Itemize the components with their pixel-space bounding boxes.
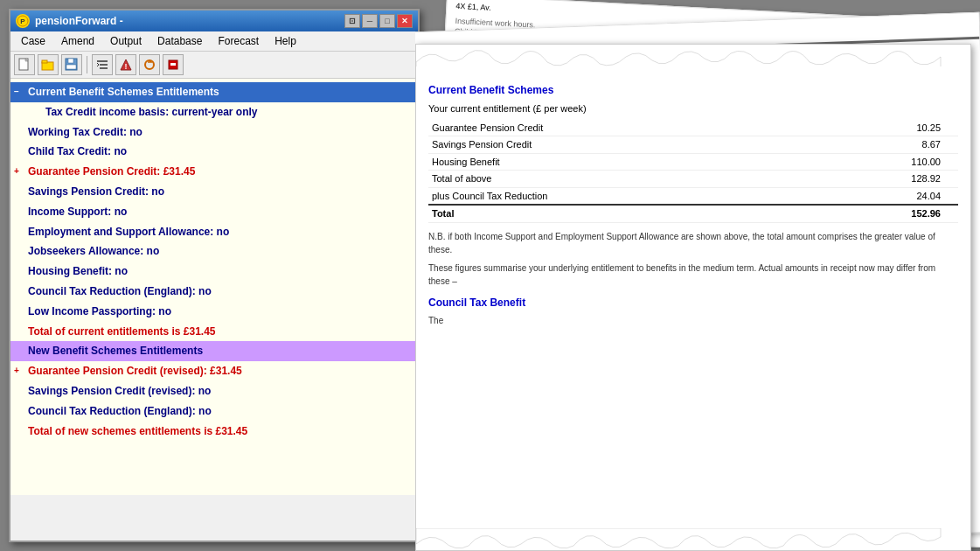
table-cell-value: 24.04 [804,187,958,205]
toolbar: ! [10,52,418,79]
table-cell-label: plus Council Tax Reduction [428,187,804,205]
tree-item-label: Council Tax Reduction (England): no [28,285,212,297]
main-window: P pensionForward - ⊡ ─ □ ✕ Case Amend Ou… [9,9,420,542]
table-cell-value: 8.67 [804,136,958,154]
benefit-table: Guarantee Pension Credit 10.25 Savings P… [428,120,958,223]
tree-item-label: Income Support: no [28,206,127,218]
close-button[interactable]: ✕ [397,14,413,28]
tree-item-label: Tax Credit income basis: current-year on… [45,106,258,118]
entitlement-label: Your current entitlement (£ per week) [428,101,958,116]
tree-item-label: Current Benefit Schemes Entitlements [28,86,219,98]
menu-forecast[interactable]: Forecast [211,33,266,49]
restore-button[interactable]: ⊡ [344,14,360,28]
window-title: pensionForward - [35,15,123,27]
tree-item-label: Total of new schemes entitlements is £31… [28,425,247,437]
table-row: plus Council Tax Reduction 24.04 [428,187,958,205]
tree-item-savings-revised[interactable]: Savings Pension Credit (revised): no [10,381,418,401]
table-row-total: Total 152.96 [428,205,958,222]
tree-item-new-header[interactable]: New Benefit Schemes Entitlements [10,341,418,361]
save-button[interactable] [61,54,82,75]
menu-amend[interactable]: Amend [54,33,101,49]
tree-item-label: Savings Pension Credit: no [28,185,164,198]
table-cell-label: Total of above [428,171,804,188]
paper-front: Current Benefit Schemes Your current ent… [415,44,971,551]
tree-item-total-current[interactable]: Total of current entitlements is £31.45 [10,322,418,342]
note-text: N.B. if both Income Support and Employme… [428,230,958,256]
toolbar-separator-1 [87,56,87,73]
table-row: Housing Benefit 110.00 [428,153,958,171]
tree-item-tax-credit[interactable]: Tax Credit income basis: current-year on… [10,102,418,122]
title-bar-left: P pensionForward - [16,14,123,28]
table-cell-value: 10.25 [804,120,958,136]
tree-item-income-support[interactable]: Income Support: no [10,202,418,222]
table-cell-label: Guarantee Pension Credit [428,120,804,136]
svg-rect-16 [170,63,176,66]
figures-text: These figures summarise your underlying … [428,262,958,288]
torn-bottom [416,528,970,550]
torn-top [416,45,970,66]
tree-item-label: Guarantee Pension Credit (revised): £31.… [28,365,242,377]
tree-item-child-tax[interactable]: Child Tax Credit: no [10,142,418,162]
table-cell-label: Housing Benefit [428,153,804,171]
tree-item-working-tax[interactable]: Working Tax Credit: no [10,122,418,143]
section1-title: Current Benefit Schemes [428,82,958,98]
paper-stack: 4X £1, Av. Insufficient work hours. Chil… [415,0,980,551]
tree-item-label: Child Tax Credit: no [28,145,127,157]
report-area: 4X £1, Av. Insufficient work hours. Chil… [415,0,980,551]
table-cell-value: 110.00 [804,153,958,171]
svg-text:!: ! [125,62,128,71]
tree-item-label: Guarantee Pension Credit: £31.45 [28,165,195,178]
title-bar: P pensionForward - ⊡ ─ □ ✕ [10,10,418,31]
tree-item-guarantee-revised[interactable]: + Guarantee Pension Credit (revised): £3… [10,361,418,381]
tree-item-total-new[interactable]: Total of new schemes entitlements is £31… [10,422,418,442]
tree-item-jobseekers[interactable]: Jobseekers Allowance: no [10,241,418,262]
tree-item-guarantee-pension[interactable]: + Guarantee Pension Credit: £31.45 [10,162,418,182]
tree-item-low-income[interactable]: Low Income Passporting: no [10,302,418,322]
tree-item-label: Housing Benefit: no [28,265,128,277]
tree-item-council-tax[interactable]: Council Tax Reduction (England): no [10,282,418,302]
tree-item-label: Low Income Passporting: no [28,305,171,317]
menu-database[interactable]: Database [150,33,209,49]
tree-item-label: Savings Pension Credit (revised): no [28,385,211,397]
table-cell-label: Savings Pension Credit [428,136,804,154]
table-cell-value-total: 152.96 [804,205,958,222]
tree-item-council-tax-revised[interactable]: Council Tax Reduction (England): no [10,401,418,422]
svg-rect-8 [66,65,76,69]
svg-text:P: P [20,17,25,25]
tree-panel[interactable]: − Current Benefit Schemes Entitlements T… [10,79,418,495]
tree-item-label: Working Tax Credit: no [28,126,142,138]
front-paper-content: Current Benefit Schemes Your current ent… [416,66,970,336]
tree-item-housing[interactable]: Housing Benefit: no [10,262,418,282]
expander-current: − [14,86,19,98]
tree-item-label: New Benefit Schemes Entitlements [28,345,203,357]
new-button[interactable] [14,54,35,75]
minimize-button[interactable]: ─ [362,14,378,28]
menu-output[interactable]: Output [103,33,149,49]
svg-rect-5 [42,60,47,63]
menu-case[interactable]: Case [14,33,52,49]
table-cell-label-total: Total [428,205,804,222]
table-row: Total of above 128.92 [428,171,958,188]
title-bar-controls: ⊡ ─ □ ✕ [344,14,413,28]
indent-button[interactable] [92,54,113,75]
tree-item-label: Total of current entitlements is £31.45 [28,325,216,338]
table-cell-value: 128.92 [804,171,958,188]
tree-item-label: Council Tax Reduction (England): no [28,405,212,417]
tree-item-label: Employment and Support Allowance: no [28,226,229,238]
section2-title: Council Tax Benefit [428,295,958,310]
tree-item-esa[interactable]: Employment and Support Allowance: no [10,222,418,242]
section2-sub: The [428,314,958,327]
tree-item-current-header[interactable]: − Current Benefit Schemes Entitlements [10,82,418,102]
menu-bar: Case Amend Output Database Forecast Help [10,31,418,52]
app-icon: P [16,14,30,28]
open-button[interactable] [38,54,59,75]
maximize-button[interactable]: □ [379,14,395,28]
tree-item-label: Jobseekers Allowance: no [28,245,159,257]
refresh-button[interactable] [139,54,160,75]
table-row: Guarantee Pension Credit 10.25 [428,120,958,136]
delete-button[interactable]: ! [115,54,136,75]
svg-rect-7 [68,59,73,63]
stop-button[interactable] [163,54,184,75]
menu-help[interactable]: Help [268,33,303,49]
tree-item-savings-pension[interactable]: Savings Pension Credit: no [10,182,418,202]
